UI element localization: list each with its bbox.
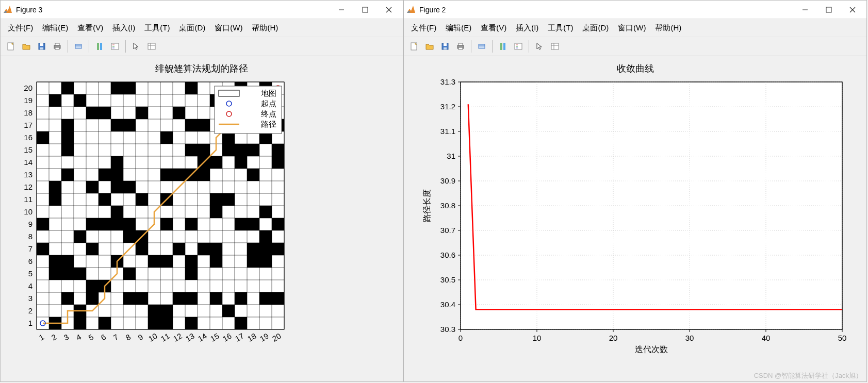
menu-insert[interactable]: 插入(I) — [512, 21, 543, 35]
svg-rect-135 — [49, 94, 61, 107]
toolbar-separator — [89, 40, 89, 53]
menu-view[interactable]: 查看(V) — [73, 21, 107, 35]
svg-rect-103 — [173, 169, 185, 181]
svg-rect-76 — [37, 218, 49, 230]
figure-area[interactable]: 绯鲵鲣算法规划的路径 12345678910111213141516171819… — [1, 56, 403, 381]
svg-rect-35 — [160, 305, 173, 317]
svg-rect-85 — [272, 218, 284, 230]
colorbar-icon[interactable] — [92, 39, 107, 54]
svg-rect-30 — [160, 317, 173, 329]
menu-tools[interactable]: 工具(T) — [544, 21, 577, 35]
svg-text:7: 7 — [28, 244, 32, 253]
save-icon[interactable] — [438, 39, 452, 54]
svg-text:10: 10 — [24, 207, 32, 216]
svg-text:14: 14 — [24, 158, 32, 166]
svg-text:终点: 终点 — [261, 109, 276, 118]
svg-rect-101 — [111, 169, 123, 181]
menu-help[interactable]: 帮助(H) — [248, 21, 282, 35]
pointer-icon[interactable] — [532, 39, 547, 54]
svg-rect-68 — [210, 243, 222, 255]
svg-rect-141 — [111, 82, 123, 94]
svg-rect-64 — [86, 243, 99, 255]
titlebar[interactable]: Figure 3 — [1, 1, 403, 19]
menu-edit[interactable]: 编辑(E) — [38, 21, 72, 35]
svg-rect-127 — [185, 119, 198, 131]
figure-area[interactable]: 收敛曲线 0102030405030.330.430.530.630.730.8… — [404, 56, 866, 381]
menu-desktop[interactable]: 桌面(D) — [175, 21, 209, 35]
open-icon[interactable] — [422, 39, 437, 54]
open-icon[interactable] — [19, 39, 34, 54]
svg-rect-118 — [272, 144, 284, 156]
svg-text:6: 6 — [28, 257, 32, 265]
pointer-icon[interactable] — [129, 39, 143, 54]
svg-text:30.9: 30.9 — [440, 176, 455, 185]
properties-icon[interactable] — [144, 39, 159, 54]
svg-rect-67 — [198, 243, 210, 255]
svg-rect-84 — [247, 218, 259, 230]
print-icon[interactable] — [50, 39, 64, 54]
svg-rect-242 — [826, 7, 831, 12]
svg-rect-256 — [503, 43, 505, 50]
svg-rect-13 — [55, 47, 59, 49]
close-button[interactable] — [841, 2, 864, 18]
svg-text:13: 13 — [24, 170, 32, 179]
svg-rect-63 — [37, 243, 49, 255]
menu-desktop[interactable]: 桌面(D) — [578, 21, 613, 35]
grid-chart: 1234567891011121314151617181920123456789… — [6, 77, 398, 365]
save-icon[interactable] — [35, 39, 49, 54]
legend-icon[interactable] — [511, 39, 526, 54]
svg-rect-113 — [185, 144, 198, 156]
svg-text:3: 3 — [28, 294, 32, 303]
svg-rect-73 — [123, 230, 136, 243]
svg-rect-116 — [235, 144, 247, 156]
maximize-button[interactable] — [817, 2, 841, 18]
svg-rect-248 — [444, 43, 447, 46]
print-icon[interactable] — [453, 39, 468, 54]
menu-file[interactable]: 文件(F) — [4, 21, 37, 35]
minimize-button[interactable] — [793, 2, 817, 18]
menu-view[interactable]: 查看(V) — [477, 21, 511, 35]
svg-rect-97 — [111, 181, 123, 193]
svg-text:5: 5 — [87, 332, 95, 342]
svg-rect-109 — [210, 156, 222, 169]
menu-window[interactable]: 窗口(W) — [614, 21, 650, 35]
link-icon[interactable] — [71, 39, 86, 54]
new-icon[interactable] — [407, 39, 421, 54]
svg-text:15: 15 — [209, 331, 221, 343]
svg-rect-102 — [160, 169, 173, 181]
link-icon[interactable] — [474, 39, 489, 54]
svg-rect-130 — [86, 107, 99, 119]
colorbar-icon[interactable] — [496, 39, 510, 54]
svg-rect-3 — [363, 7, 368, 12]
svg-rect-93 — [210, 193, 222, 206]
svg-text:30: 30 — [685, 334, 694, 342]
titlebar[interactable]: Figure 2 — [404, 1, 866, 19]
toolbar-separator — [492, 40, 493, 53]
menubar: 文件(F) 编辑(E) 查看(V) 插入(I) 工具(T) 桌面(D) 窗口(W… — [1, 19, 403, 37]
window-title: Figure 3 — [16, 6, 42, 14]
minimize-button[interactable] — [330, 2, 353, 18]
svg-rect-105 — [198, 169, 210, 181]
svg-rect-62 — [259, 255, 272, 268]
close-button[interactable] — [377, 2, 401, 18]
svg-text:5: 5 — [28, 269, 32, 278]
svg-rect-112 — [61, 144, 74, 156]
menu-window[interactable]: 窗口(W) — [210, 21, 247, 35]
svg-text:7: 7 — [111, 332, 120, 342]
menu-file[interactable]: 文件(F) — [407, 21, 440, 35]
menu-edit[interactable]: 编辑(E) — [441, 21, 476, 35]
menu-insert[interactable]: 插入(I) — [108, 21, 139, 35]
maximize-button[interactable] — [353, 2, 377, 18]
svg-rect-99 — [61, 169, 74, 181]
menu-tools[interactable]: 工具(T) — [140, 21, 174, 35]
svg-text:50: 50 — [838, 334, 847, 342]
menu-help[interactable]: 帮助(H) — [651, 21, 685, 35]
svg-rect-44 — [235, 292, 247, 305]
watermark: CSDN @智能算法研学社（Jack旭） — [754, 371, 862, 380]
toolbar-separator — [529, 40, 529, 53]
svg-rect-22 — [148, 43, 155, 49]
new-icon[interactable] — [4, 39, 18, 54]
legend-icon[interactable] — [108, 39, 122, 54]
properties-icon[interactable] — [548, 39, 562, 54]
svg-text:16: 16 — [24, 133, 32, 142]
